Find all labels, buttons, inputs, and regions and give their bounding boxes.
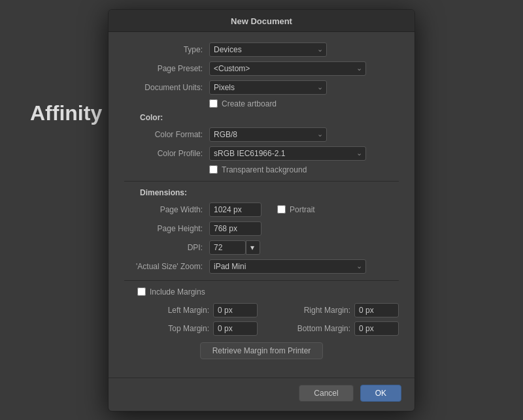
top-margin-input[interactable] (213, 321, 258, 336)
dpi-row: DPI: ▾ (124, 240, 399, 255)
color-profile-select-wrapper: sRGB IEC61966-2.1 (209, 146, 366, 161)
right-margin-input[interactable] (354, 303, 399, 317)
portrait-group: Portrait (277, 205, 315, 214)
page-preset-select-wrapper: <Custom> (209, 61, 366, 76)
color-profile-control: sRGB IEC61966-2.1 (209, 146, 399, 161)
dpi-control: ▾ (209, 240, 399, 255)
create-artboard-checkbox[interactable] (209, 99, 218, 108)
dialog-footer: Cancel OK (109, 378, 414, 411)
color-profile-label: Color Profile: (124, 149, 209, 158)
dialog-title: New Document (109, 10, 414, 32)
page-height-row: Page Height: (124, 221, 399, 236)
cancel-button[interactable]: Cancel (299, 385, 353, 402)
portrait-checkbox[interactable] (277, 205, 286, 214)
retrieve-margin-button[interactable]: Retrieve Margin from Printer (200, 342, 324, 359)
transparent-bg-row: Transparent background (209, 165, 399, 174)
page-preset-select[interactable]: <Custom> (209, 61, 366, 76)
page-preset-control: <Custom> (209, 61, 399, 76)
actual-size-zoom-select[interactable]: iPad Mini (209, 259, 366, 274)
top-margin-row: Top Margin: (124, 321, 258, 336)
include-margins-checkbox[interactable] (137, 287, 146, 296)
page-width-row: Page Width: Portrait (124, 202, 399, 217)
page-width-input[interactable] (209, 202, 262, 217)
include-margins-row: Include Margins (137, 287, 399, 297)
document-units-select-wrapper: Pixels (209, 80, 327, 95)
dialog-body: Type: Devices Page Preset: <Custom> (109, 32, 414, 378)
type-row: Type: Devices (124, 42, 399, 57)
color-profile-row: Color Profile: sRGB IEC61966-2.1 (124, 146, 399, 161)
type-label: Type: (124, 45, 209, 54)
document-units-label: Document Units: (124, 83, 209, 92)
dpi-unit-select[interactable]: ▾ (246, 240, 260, 255)
bottom-margin-input[interactable] (354, 321, 399, 336)
margins-grid: Left Margin: Right Margin: Top Margin: B… (124, 303, 399, 336)
type-control: Devices (209, 42, 399, 57)
color-format-label: Color Format: (124, 130, 209, 139)
page-width-control: Portrait (209, 202, 399, 217)
color-format-select-wrapper: RGB/8 (209, 127, 327, 142)
page-height-label: Page Height: (124, 224, 209, 233)
right-margin-row: Right Margin: (265, 303, 399, 317)
create-artboard-row: Create artboard (209, 99, 399, 108)
divider-1 (124, 181, 399, 182)
dpi-label: DPI: (124, 243, 209, 252)
new-document-dialog: New Document Type: Devices Page Preset: … (108, 9, 415, 412)
left-margin-row: Left Margin: (124, 303, 258, 317)
actual-size-zoom-label: 'Actual Size' Zoom: (124, 262, 209, 271)
create-artboard-label: Create artboard (222, 99, 277, 108)
bottom-margin-row: Bottom Margin: (265, 321, 399, 336)
type-select-wrapper: Devices (209, 42, 327, 57)
left-margin-label: Left Margin: (168, 306, 209, 315)
color-format-select[interactable]: RGB/8 (209, 127, 327, 142)
page-width-label: Page Width: (124, 205, 209, 214)
right-margin-label: Right Margin: (304, 306, 350, 315)
actual-size-zoom-select-wrapper: iPad Mini (209, 259, 366, 274)
page-preset-label: Page Preset: (124, 64, 209, 73)
actual-size-zoom-row: 'Actual Size' Zoom: iPad Mini (124, 259, 399, 274)
color-section-title: Color: (140, 113, 399, 122)
document-units-select[interactable]: Pixels (209, 80, 327, 95)
type-select[interactable]: Devices (209, 42, 327, 57)
include-margins-label: Include Margins (150, 287, 205, 297)
page-height-control (209, 221, 399, 236)
page-preset-row: Page Preset: <Custom> (124, 61, 399, 76)
portrait-label: Portrait (290, 205, 315, 214)
actual-size-zoom-control: iPad Mini (209, 259, 399, 274)
transparent-bg-checkbox[interactable] (209, 165, 218, 174)
dpi-input[interactable] (209, 240, 246, 255)
color-format-control: RGB/8 (209, 127, 399, 142)
bottom-margin-label: Bottom Margin: (297, 324, 350, 333)
dimensions-section-title: Dimensions: (140, 188, 399, 197)
left-margin-input[interactable] (213, 303, 258, 317)
top-margin-label: Top Margin: (168, 324, 209, 333)
page-height-input[interactable] (209, 221, 262, 236)
divider-2 (124, 280, 399, 281)
color-profile-select[interactable]: sRGB IEC61966-2.1 (209, 146, 366, 161)
color-format-row: Color Format: RGB/8 (124, 127, 399, 142)
transparent-bg-label: Transparent background (222, 165, 307, 174)
ok-button[interactable]: OK (360, 385, 401, 402)
document-units-control: Pixels (209, 80, 399, 95)
document-units-row: Document Units: Pixels (124, 80, 399, 95)
